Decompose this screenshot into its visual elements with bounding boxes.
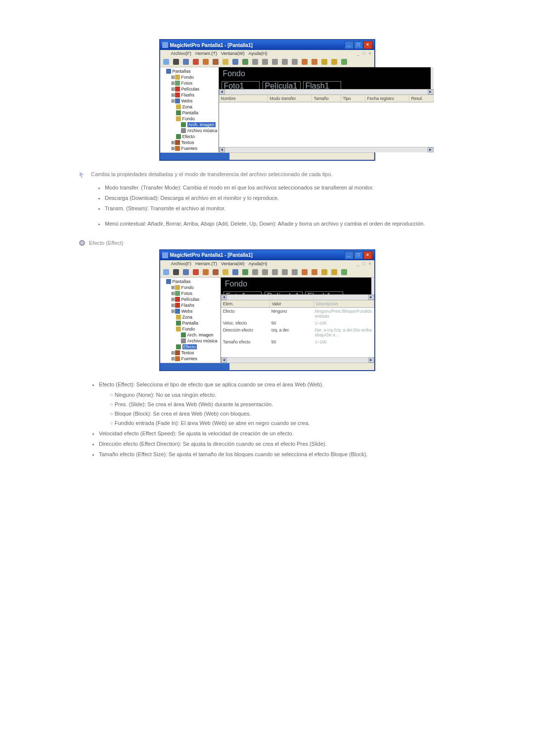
col-valor[interactable]: Valor (270, 300, 314, 307)
music-icon[interactable] (281, 268, 289, 276)
send-back-icon[interactable] (301, 268, 309, 276)
text-icon[interactable] (212, 58, 220, 66)
col-tamano[interactable]: Tamaño (312, 95, 341, 102)
picture-icon[interactable] (241, 58, 249, 66)
tree-item[interactable]: Fondo (176, 116, 218, 122)
cut-icon[interactable] (251, 268, 259, 276)
area-flash1[interactable]: Flash1 (303, 81, 341, 89)
bring-front-icon[interactable] (311, 58, 318, 66)
tree-item[interactable]: ⊞ Webs (171, 308, 220, 314)
col-desc[interactable]: Descripción (314, 300, 374, 307)
cell-valor[interactable]: Izq. a der. (269, 327, 313, 338)
col-resol[interactable]: Resol. (409, 95, 434, 102)
disk-icon[interactable] (231, 268, 239, 276)
minimize-button[interactable]: _ (345, 41, 354, 49)
disk-icon[interactable] (231, 58, 239, 66)
tree-root[interactable]: Pantallas (166, 68, 218, 74)
menu-tools[interactable]: Herram.(T) (195, 51, 217, 56)
gear-icon[interactable] (291, 268, 299, 276)
table-row[interactable]: Veloc. efecto501~100 (221, 320, 374, 327)
tree-item[interactable]: ⊞ Fotos (171, 80, 218, 86)
grid-hscroll[interactable]: ◄ ► (221, 357, 374, 363)
record-icon[interactable] (192, 268, 200, 276)
titlebar[interactable]: MagicNetPro Pantalla1 - [Pantalla1] _ □ … (160, 40, 374, 50)
tree-item[interactable]: Arch. imagen (181, 122, 218, 128)
bring-front-icon[interactable] (311, 268, 318, 276)
tree-item[interactable]: Efecto (176, 344, 220, 350)
cell-valor[interactable]: 50 (269, 339, 313, 345)
tree-item[interactable]: Archivo música (181, 338, 220, 344)
table-row[interactable]: Dirección efectoIzq. a der.Der. a izq./I… (221, 327, 374, 338)
scroll-right-icon[interactable]: ► (368, 295, 374, 300)
menu-window[interactable]: Ventana(W) (221, 261, 245, 266)
tree-item[interactable]: ⊞ Fotos (171, 290, 220, 296)
col-tipo[interactable]: Tipo (341, 95, 365, 102)
tree-item[interactable]: Arch. imagen (181, 332, 220, 338)
cut-icon[interactable] (251, 58, 259, 66)
undo-icon[interactable] (320, 268, 328, 276)
scroll-right-icon[interactable]: ► (428, 90, 434, 94)
globe-icon[interactable] (182, 268, 190, 276)
scroll-left-icon[interactable]: ◄ (221, 358, 227, 363)
tree-item[interactable]: ⊞ Fondo (171, 284, 220, 290)
tree-item[interactable]: ⊞ Fondo (171, 74, 218, 80)
grid-body-empty[interactable] (219, 102, 434, 147)
canvas-area[interactable]: Fondo Foto1 Película1 Flash1 Web1 Texto1… (219, 67, 434, 89)
tree-item[interactable]: ⊞ Webs (171, 98, 218, 104)
tree-item[interactable]: Archivo música (181, 128, 218, 134)
tree-item[interactable]: ⊞ Textos (171, 350, 220, 356)
tree-item[interactable]: ⊞ Fuentes (171, 356, 220, 362)
palette-icon[interactable] (202, 58, 210, 66)
titlebar[interactable]: MagicNetPro Pantalla1 - [Pantalla1] _ □ … (160, 250, 374, 260)
copy-icon[interactable] (261, 58, 269, 66)
folder-icon[interactable] (222, 58, 229, 66)
tree-item[interactable]: ⊞ Películas (171, 296, 220, 302)
monitor-icon[interactable] (172, 268, 180, 276)
monitor-icon[interactable] (172, 58, 180, 66)
col-modo[interactable]: Modo transfer. (268, 95, 312, 102)
grid-body[interactable]: EfectoNingunoNinguno/Pres./Bloque/Fundid… (221, 308, 374, 357)
new-icon[interactable] (162, 58, 170, 66)
tree-item[interactable]: ⊞ Flashs (171, 302, 220, 308)
new-icon[interactable] (162, 268, 170, 276)
tree-root[interactable]: Pantallas (166, 279, 220, 284)
redo-icon[interactable] (330, 268, 338, 276)
col-elem[interactable]: Elem. (221, 300, 270, 307)
send-back-icon[interactable] (301, 58, 309, 66)
menu-tools[interactable]: Herram.(T) (195, 261, 217, 266)
scroll-left-icon[interactable]: ◄ (219, 147, 225, 152)
cell-valor[interactable]: Ninguno (269, 308, 313, 319)
maximize-button[interactable]: □ (354, 41, 363, 49)
tree-item[interactable]: ⊞ Películas (171, 86, 218, 92)
record-icon[interactable] (192, 58, 200, 66)
folder-icon[interactable] (222, 268, 229, 276)
tree-item[interactable]: Pantalla (176, 110, 218, 116)
gear-icon[interactable] (291, 58, 299, 66)
globe-icon[interactable] (182, 58, 190, 66)
paste-icon[interactable] (271, 268, 279, 276)
redo-icon[interactable] (330, 58, 338, 66)
maximize-button[interactable]: □ (354, 251, 363, 259)
copy-icon[interactable] (261, 268, 269, 276)
tree-item[interactable]: ⊞ Flashs (171, 92, 218, 98)
palette-icon[interactable] (202, 268, 210, 276)
tree-item[interactable]: Efecto (176, 134, 218, 140)
scroll-right-icon[interactable]: ► (428, 147, 434, 152)
area-foto1[interactable]: Foto1 (222, 81, 260, 89)
tree-item[interactable]: ⊞ Textos (171, 140, 218, 145)
mdi-controls[interactable]: _ □ × (357, 261, 372, 266)
minimize-button[interactable]: _ (345, 251, 354, 259)
cell-valor[interactable]: 50 (269, 320, 313, 326)
menu-help[interactable]: Ayuda(H) (249, 51, 267, 56)
undo-icon[interactable] (320, 58, 328, 66)
help-icon[interactable] (340, 268, 348, 276)
mdi-controls[interactable]: _ □ × (357, 51, 372, 56)
menu-file[interactable]: Archivo(F) (171, 51, 192, 56)
help-icon[interactable] (340, 58, 348, 66)
text-icon[interactable] (212, 268, 220, 276)
canvas-area[interactable]: Fondo Foto1 Película1 Flash1 Web1 Texto1… (221, 278, 374, 294)
table-row[interactable]: Tamaño efecto501~100 (221, 338, 374, 345)
col-fecha[interactable]: Fecha registro (365, 95, 409, 102)
tree-item[interactable]: Fondo (176, 326, 220, 332)
tree-item[interactable]: Zona (176, 104, 218, 110)
